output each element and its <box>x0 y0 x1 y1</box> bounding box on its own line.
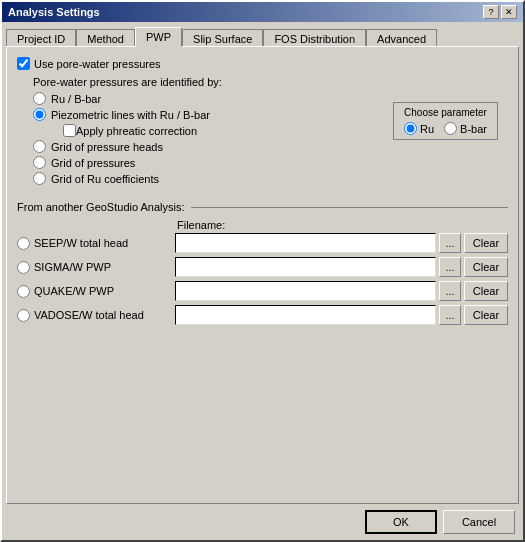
sigma-input[interactable] <box>175 257 436 277</box>
titlebar-buttons: ? ✕ <box>483 5 517 19</box>
quake-input[interactable] <box>175 281 436 301</box>
filename-label: Filename: <box>177 219 225 231</box>
ru-bbar-label[interactable]: Ru / B-bar <box>51 93 101 105</box>
quake-radio[interactable] <box>17 285 30 298</box>
geostudio-section: From another GeoStudio Analysis: Filenam… <box>17 201 508 325</box>
geostudio-label-text: From another GeoStudio Analysis: <box>17 201 185 213</box>
window-title: Analysis Settings <box>8 6 100 18</box>
tabs-row: Project ID Method PWP Slip Surface FOS D… <box>2 22 523 46</box>
choose-param-radios: Ru B-bar <box>404 122 487 135</box>
seep-radio[interactable] <box>17 237 30 250</box>
ru-param-text: Ru <box>420 123 434 135</box>
quake-row: QUAKE/W PWP ... Clear <box>17 281 508 301</box>
apply-phreatic-label[interactable]: Apply phreatic correction <box>76 125 197 137</box>
geostudio-label-row: From another GeoStudio Analysis: <box>17 201 508 213</box>
piezometric-radio[interactable] <box>33 108 46 121</box>
quake-clear-button[interactable]: Clear <box>464 281 508 301</box>
help-button[interactable]: ? <box>483 5 499 19</box>
seep-label-text: SEEP/W total head <box>34 237 128 249</box>
titlebar: Analysis Settings ? ✕ <box>2 2 523 22</box>
pressures-radio[interactable] <box>33 156 46 169</box>
close-button[interactable]: ✕ <box>501 5 517 19</box>
choose-param-box: Choose parameter Ru B-bar <box>393 102 498 140</box>
use-pore-water-checkbox[interactable] <box>17 57 30 70</box>
tab-pwp[interactable]: PWP <box>135 27 182 47</box>
analysis-settings-window: Analysis Settings ? ✕ Project ID Method … <box>0 0 525 542</box>
cancel-button[interactable]: Cancel <box>443 510 515 534</box>
vadose-label-text: VADOSE/W total head <box>34 309 144 321</box>
vadose-browse-button[interactable]: ... <box>439 305 461 325</box>
ru-param-radio[interactable] <box>404 122 417 135</box>
use-pore-water-label[interactable]: Use pore-water pressures <box>34 58 161 70</box>
choose-param-label: Choose parameter <box>404 107 487 118</box>
ru-coefficients-row: Grid of Ru coefficients <box>33 172 508 185</box>
bottom-bar: OK Cancel <box>2 504 523 540</box>
seep-clear-button[interactable]: Clear <box>464 233 508 253</box>
pore-water-identified-label: Pore-water pressures are identified by: <box>33 76 508 88</box>
pwp-tab-content: Use pore-water pressures Pore-water pres… <box>6 46 519 504</box>
ru-bbar-radio[interactable] <box>33 92 46 105</box>
vadose-radio[interactable] <box>17 309 30 322</box>
pressure-heads-label[interactable]: Grid of pressure heads <box>51 141 163 153</box>
quake-label[interactable]: QUAKE/W PWP <box>17 285 172 298</box>
seep-label[interactable]: SEEP/W total head <box>17 237 172 250</box>
pressures-row: Grid of pressures <box>33 156 508 169</box>
sigma-clear-button[interactable]: Clear <box>464 257 508 277</box>
seep-row: SEEP/W total head ... Clear <box>17 233 508 253</box>
vadose-row: VADOSE/W total head ... Clear <box>17 305 508 325</box>
ok-button[interactable]: OK <box>365 510 437 534</box>
bbar-param-text: B-bar <box>460 123 487 135</box>
seep-browse-button[interactable]: ... <box>439 233 461 253</box>
ru-coefficients-radio[interactable] <box>33 172 46 185</box>
vadose-input[interactable] <box>175 305 436 325</box>
ru-coefficients-label[interactable]: Grid of Ru coefficients <box>51 173 159 185</box>
sigma-label[interactable]: SIGMA/W PWP <box>17 261 172 274</box>
apply-phreatic-checkbox[interactable] <box>63 124 76 137</box>
geostudio-divider <box>191 207 508 208</box>
use-pore-water-row: Use pore-water pressures <box>17 57 508 70</box>
pressure-heads-row: Grid of pressure heads <box>33 140 508 153</box>
sigma-row: SIGMA/W PWP ... Clear <box>17 257 508 277</box>
sigma-radio[interactable] <box>17 261 30 274</box>
pressure-heads-radio[interactable] <box>33 140 46 153</box>
bbar-param-label[interactable]: B-bar <box>444 122 487 135</box>
quake-label-text: QUAKE/W PWP <box>34 285 114 297</box>
bbar-param-radio[interactable] <box>444 122 457 135</box>
vadose-label[interactable]: VADOSE/W total head <box>17 309 172 322</box>
quake-browse-button[interactable]: ... <box>439 281 461 301</box>
pressures-label[interactable]: Grid of pressures <box>51 157 135 169</box>
sigma-browse-button[interactable]: ... <box>439 257 461 277</box>
ru-param-label[interactable]: Ru <box>404 122 434 135</box>
filename-header: Filename: <box>17 219 508 231</box>
piezometric-label[interactable]: Piezometric lines with Ru / B-bar <box>51 109 210 121</box>
vadose-clear-button[interactable]: Clear <box>464 305 508 325</box>
sigma-label-text: SIGMA/W PWP <box>34 261 111 273</box>
seep-input[interactable] <box>175 233 436 253</box>
